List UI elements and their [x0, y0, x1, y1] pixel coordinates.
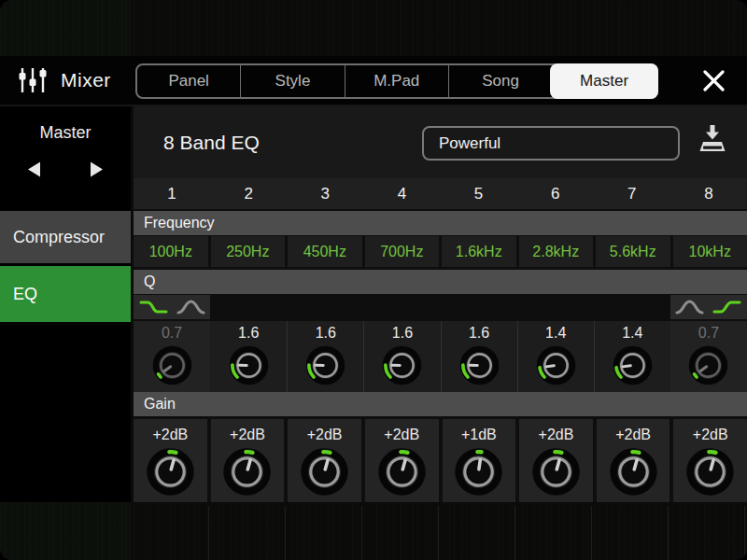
gain-knob[interactable] — [684, 445, 737, 498]
frequency-value-button[interactable]: 250Hz — [211, 236, 286, 267]
part-selector: Master — [0, 106, 131, 211]
q-knob[interactable] — [686, 343, 730, 387]
gain-row: +2dB +2dB +2dB +2dB +1dB +2dB +2dB +2dB — [134, 419, 747, 502]
frequency-value-button[interactable]: 1.6kHz — [442, 236, 516, 267]
frequency-row: 100Hz250Hz450Hz700Hz1.6kHz2.8kHz5.6kHz10… — [134, 236, 747, 267]
screen-background: Mixer PanelStyleM.PadSongMaster Master — [0, 0, 747, 560]
peak-filter-icon[interactable] — [674, 297, 705, 317]
filter-type-switch — [134, 295, 210, 319]
gain-value: +2dB — [152, 426, 188, 444]
gain-knob[interactable] — [298, 445, 351, 498]
gain-knob[interactable] — [452, 445, 505, 498]
row-label-frequency: Frequency — [134, 211, 747, 235]
gain-knob[interactable] — [529, 445, 583, 498]
mixer-faders-icon — [17, 66, 49, 94]
filter-type-switch — [670, 295, 747, 319]
band-number-row: 12345678 — [134, 178, 747, 209]
band-number: 6 — [517, 178, 594, 209]
q-knob-cell: 0.7 — [134, 321, 210, 392]
preset-selector[interactable]: Powerful — [422, 126, 680, 161]
sidebar-items: CompressorEQ — [0, 211, 131, 325]
band-number: 1 — [134, 178, 210, 209]
shelf-high-filter-icon[interactable] — [712, 297, 742, 317]
frequency-value-button[interactable]: 100Hz — [134, 236, 208, 267]
gain-band-5: +1dB — [443, 419, 516, 502]
arrow-right-icon — [86, 167, 106, 181]
mixer-dialog: Mixer PanelStyleM.PadSongMaster Master — [0, 56, 747, 504]
gain-value: +2dB — [615, 426, 651, 444]
q-band-6: 1.4 — [517, 321, 594, 392]
q-band-4: 1.6 — [363, 321, 440, 392]
gain-band-6: +2dB — [519, 419, 593, 502]
q-value: 1.6 — [392, 324, 413, 343]
gain-value: +2dB — [693, 426, 728, 444]
q-knob[interactable] — [303, 343, 347, 387]
q-value: 0.7 — [162, 324, 182, 343]
q-value: 1.4 — [622, 324, 642, 343]
part-prev-button[interactable] — [23, 159, 47, 180]
frequency-value-button[interactable]: 10kHz — [673, 236, 747, 267]
shelf-low-filter-icon[interactable] — [138, 297, 169, 317]
q-knob[interactable] — [534, 343, 578, 387]
close-icon — [701, 68, 726, 93]
gain-knob[interactable] — [607, 445, 660, 498]
band-number: 2 — [210, 178, 287, 209]
q-value: 1.6 — [316, 324, 336, 343]
q-knob[interactable] — [611, 343, 655, 387]
shelf-band-8: 0.7 — [670, 295, 747, 392]
close-button[interactable] — [694, 61, 733, 100]
eq-title: 8 Band EQ — [163, 132, 260, 154]
band-number: 8 — [670, 178, 747, 209]
tab-mpad[interactable]: M.Pad — [345, 65, 448, 97]
preset-name: Powerful — [439, 134, 500, 153]
arrow-left-icon — [25, 167, 45, 181]
band-number: 7 — [594, 178, 670, 209]
peak-filter-icon[interactable] — [176, 297, 206, 317]
q-band-7: 1.4 — [594, 321, 670, 392]
band-number: 3 — [287, 178, 363, 209]
frequency-value-button[interactable]: 450Hz — [288, 236, 362, 267]
frequency-value-button[interactable]: 2.8kHz — [519, 236, 594, 267]
app-title-group: Mixer — [0, 66, 111, 94]
gain-value: +2dB — [230, 426, 265, 444]
sidebar-item-eq[interactable]: EQ — [0, 266, 131, 322]
gain-band-4: +2dB — [365, 419, 439, 502]
q-knob[interactable] — [150, 343, 194, 387]
q-knob-cell: 0.7 — [670, 321, 747, 392]
gain-band-2: +2dB — [211, 419, 285, 502]
gain-knob[interactable] — [375, 445, 429, 498]
q-knob[interactable] — [380, 343, 424, 387]
gain-value: +2dB — [384, 426, 419, 444]
q-band-2: 1.6 — [210, 321, 287, 392]
row-label-gain: Gain — [134, 392, 747, 416]
tab-song[interactable]: Song — [448, 65, 552, 97]
tab-panel[interactable]: Panel — [137, 65, 240, 97]
eq-header: 8 Band EQ Powerful — [134, 106, 747, 178]
title-bar: Mixer PanelStyleM.PadSongMaster — [0, 56, 747, 106]
gain-knob[interactable] — [220, 445, 274, 498]
gain-band-8: +2dB — [673, 419, 747, 502]
tab-style[interactable]: Style — [240, 65, 344, 97]
gain-value: +1dB — [461, 426, 497, 444]
tab-bar: PanelStyleM.PadSongMaster — [135, 63, 658, 99]
q-value: 0.7 — [698, 324, 719, 343]
q-value: 1.6 — [238, 324, 259, 343]
frequency-value-button[interactable]: 5.6kHz — [596, 236, 670, 267]
sidebar-item-compressor[interactable]: Compressor — [0, 211, 131, 263]
q-knob[interactable] — [458, 343, 501, 387]
q-row: 0.7 1.6 1.6 1.6 1.6 1.4 1.4 0.7 — [134, 295, 747, 392]
gain-value: +2dB — [307, 426, 343, 444]
gain-knob[interactable] — [144, 445, 197, 498]
gain-band-1: +2dB — [134, 419, 207, 502]
tab-master[interactable]: Master — [550, 63, 658, 99]
gain-value: +2dB — [539, 426, 574, 444]
dialog-body: Master Compress — [0, 106, 747, 502]
window-title: Mixer — [61, 69, 111, 91]
q-knob[interactable] — [227, 343, 271, 387]
frequency-value-button[interactable]: 700Hz — [365, 236, 440, 267]
q-band-3: 1.6 — [287, 321, 363, 392]
save-button[interactable] — [696, 122, 729, 156]
part-label: Master — [0, 106, 131, 143]
part-next-button[interactable] — [84, 159, 107, 180]
save-icon — [696, 145, 729, 159]
